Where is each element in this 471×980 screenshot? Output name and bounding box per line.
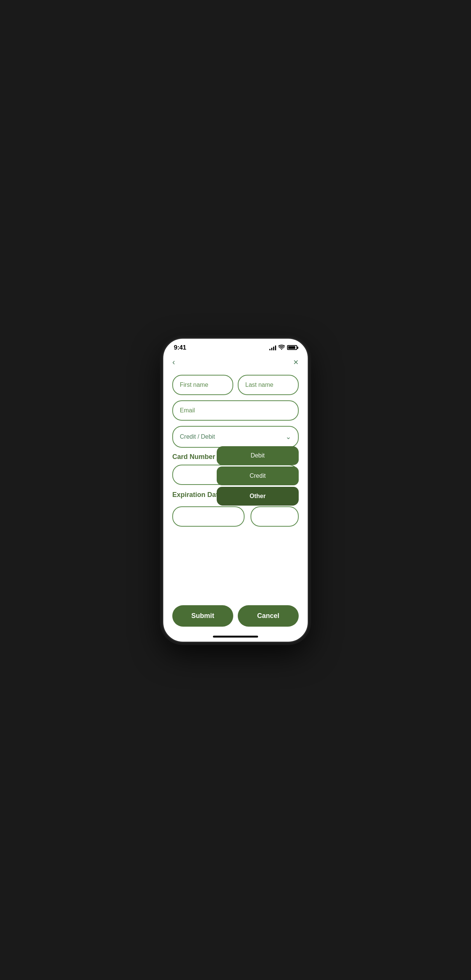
chevron-down-icon: ⌄ bbox=[286, 433, 291, 441]
payment-type-dropdown-wrap: Credit / Debit ⌄ Debit Credit Other bbox=[172, 426, 299, 448]
expiry-cvv-inputs bbox=[172, 506, 299, 527]
dropdown-option-debit[interactable]: Debit bbox=[217, 446, 299, 465]
status-bar: 9:41 bbox=[163, 339, 308, 355]
close-button[interactable]: ✕ bbox=[293, 358, 299, 366]
email-input[interactable] bbox=[172, 400, 299, 421]
name-row bbox=[172, 375, 299, 395]
home-indicator bbox=[163, 634, 308, 642]
dropdown-option-credit[interactable]: Credit bbox=[217, 466, 299, 485]
nav-bar: ‹ ✕ bbox=[163, 355, 308, 369]
expiration-date-input[interactable] bbox=[172, 506, 244, 527]
last-name-input[interactable] bbox=[238, 375, 299, 395]
spacer bbox=[172, 534, 299, 564]
dropdown-menu: Debit Credit Other bbox=[217, 446, 299, 506]
cvv-input[interactable] bbox=[251, 506, 299, 527]
payment-type-dropdown[interactable]: Credit / Debit ⌄ bbox=[172, 426, 299, 448]
signal-icon bbox=[269, 345, 276, 350]
email-field-wrap bbox=[172, 400, 299, 421]
bottom-buttons: Submit Cancel bbox=[163, 599, 308, 634]
cancel-button[interactable]: Cancel bbox=[238, 605, 299, 627]
home-bar bbox=[213, 636, 258, 638]
battery-icon bbox=[287, 345, 297, 350]
submit-button[interactable]: Submit bbox=[172, 605, 233, 627]
form-content: Credit / Debit ⌄ Debit Credit Other Card… bbox=[163, 369, 308, 599]
wifi-icon bbox=[278, 345, 285, 351]
phone-frame: 9:41 ‹ ✕ bbox=[162, 337, 309, 643]
status-time: 9:41 bbox=[174, 344, 186, 352]
dropdown-option-other[interactable]: Other bbox=[217, 487, 299, 506]
back-button[interactable]: ‹ bbox=[172, 358, 175, 367]
status-icons bbox=[269, 345, 297, 351]
dropdown-selected-label: Credit / Debit bbox=[180, 433, 215, 440]
first-name-input[interactable] bbox=[172, 375, 233, 395]
